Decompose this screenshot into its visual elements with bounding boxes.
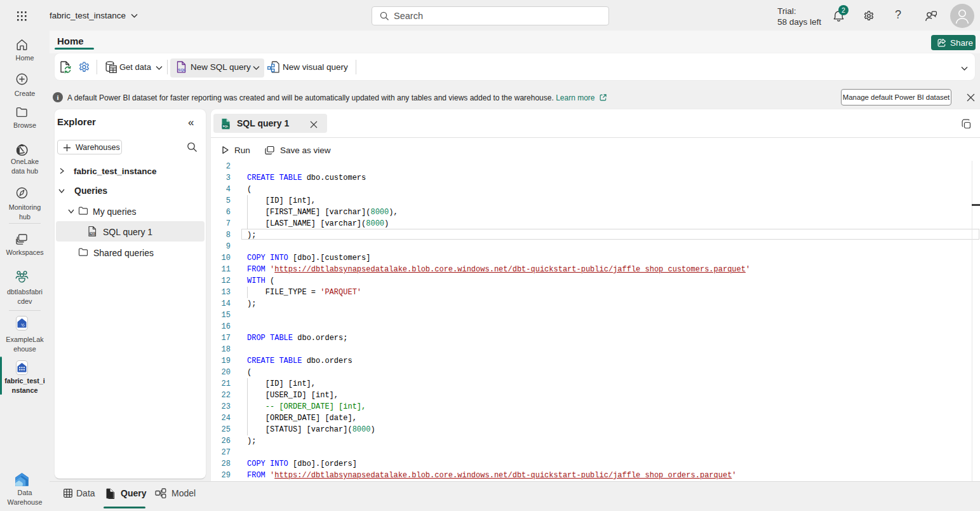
svg-text:SQL: SQL [90,232,96,235]
svg-text:SQL: SQL [223,125,229,128]
svg-text:SQL: SQL [178,67,186,72]
